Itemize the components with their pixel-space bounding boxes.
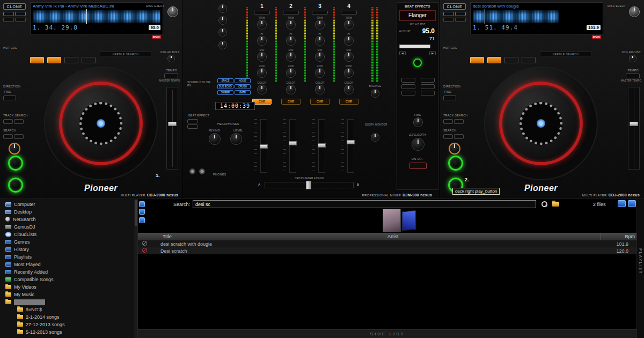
input-select-switch[interactable] bbox=[341, 11, 357, 14]
table-header[interactable]: Title Artist Bpm bbox=[138, 233, 637, 240]
fx-select-button-3[interactable] bbox=[401, 84, 415, 89]
mic2-level-knob[interactable] bbox=[218, 41, 227, 49]
color-fx-gate-button[interactable]: GATE bbox=[235, 90, 251, 95]
side-list-bar[interactable]: SIDE LIST bbox=[138, 329, 637, 338]
hot-cue-c-button[interactable] bbox=[504, 57, 518, 63]
cue-button[interactable] bbox=[8, 156, 23, 171]
color-fx-space-button[interactable]: SPACE bbox=[217, 78, 233, 83]
sidebar-item-recently-added[interactable]: Recently Added bbox=[0, 268, 137, 276]
sidebar-item-geniusdj[interactable]: GeniusDJ bbox=[0, 223, 137, 231]
album-cover[interactable] bbox=[383, 209, 401, 232]
disc-eject-knob[interactable] bbox=[629, 6, 640, 17]
reloop-button[interactable] bbox=[443, 18, 454, 22]
tap-button[interactable] bbox=[413, 58, 422, 67]
shortcuts-panel-icon[interactable] bbox=[139, 209, 145, 215]
folders-panel-icon[interactable] bbox=[139, 201, 145, 207]
hi-eq-knob[interactable] bbox=[344, 36, 354, 46]
sidebar-item-history[interactable]: History bbox=[0, 246, 137, 253]
hot-cue-b-button[interactable] bbox=[487, 57, 501, 63]
loop-in-button[interactable] bbox=[443, 12, 454, 16]
fx-on-off-button[interactable] bbox=[409, 163, 427, 169]
mid-eq-knob[interactable] bbox=[286, 52, 296, 62]
sidebar-item-cloudlists[interactable]: CloudLists bbox=[0, 231, 137, 238]
loop-out-button[interactable] bbox=[15, 12, 26, 16]
color-fx-noise-button[interactable]: NOISE bbox=[235, 78, 251, 83]
channel-fader-handle[interactable] bbox=[289, 141, 297, 145]
track-search-fwd-button[interactable] bbox=[454, 119, 464, 124]
channel-fader[interactable] bbox=[318, 119, 325, 173]
search-input[interactable] bbox=[193, 200, 536, 208]
playlist-toggle-icon[interactable] bbox=[618, 200, 626, 207]
sidebar-item-computer[interactable]: Computer bbox=[0, 201, 137, 208]
direction-switch[interactable] bbox=[443, 95, 456, 100]
crossfader-handle[interactable] bbox=[306, 181, 311, 189]
playlist-strip[interactable]: PLAYLIST bbox=[636, 199, 644, 338]
sidebar-item-folder-songs[interactable]: $«NG'$ bbox=[0, 306, 137, 313]
midi-button[interactable] bbox=[187, 119, 198, 123]
channel-fader-handle[interactable] bbox=[260, 144, 268, 149]
color-fx-dubecho-button[interactable]: DUB ECHO bbox=[217, 84, 233, 89]
sidebar-item-most-played[interactable]: Most Played bbox=[0, 261, 137, 268]
sidebar-item-netsearch[interactable]: NetSearch bbox=[0, 216, 137, 223]
channel-fader[interactable] bbox=[347, 119, 354, 173]
exit-button[interactable] bbox=[455, 18, 466, 22]
tempo-range-button[interactable] bbox=[626, 74, 640, 78]
channel-fader[interactable] bbox=[289, 119, 296, 173]
loop-out-button[interactable] bbox=[455, 12, 466, 16]
column-bpm[interactable]: Bpm bbox=[601, 233, 637, 240]
balance-knob[interactable] bbox=[371, 89, 379, 98]
fx-time-knob[interactable] bbox=[413, 117, 423, 127]
hot-cue-a-button[interactable] bbox=[30, 57, 44, 63]
play-button[interactable] bbox=[8, 178, 23, 193]
low-eq-knob[interactable] bbox=[286, 68, 296, 78]
hi-eq-knob[interactable] bbox=[257, 36, 267, 46]
x-pad[interactable] bbox=[399, 45, 430, 48]
trim-knob[interactable] bbox=[315, 20, 325, 30]
booth-monitor-knob[interactable] bbox=[371, 133, 379, 142]
hi-eq-knob[interactable] bbox=[315, 36, 325, 46]
waveform[interactable] bbox=[473, 10, 559, 23]
vinyl-speed-knob[interactable] bbox=[449, 143, 460, 155]
search-fwd-button[interactable] bbox=[14, 134, 24, 139]
input-select-switch[interactable] bbox=[283, 11, 299, 14]
mid-eq-knob[interactable] bbox=[257, 52, 267, 62]
sidebar-item-compatible-songs[interactable]: Compatible Songs bbox=[0, 276, 137, 283]
sidebar-item-folder-27-12-2013[interactable]: 27-12-2013 songs bbox=[0, 321, 137, 328]
color-knob[interactable] bbox=[344, 85, 354, 94]
search-fwd-button[interactable] bbox=[454, 134, 464, 139]
color-knob[interactable] bbox=[315, 85, 325, 94]
mic-eq-low-knob[interactable] bbox=[218, 16, 227, 25]
channel-cue-button[interactable]: CUE bbox=[339, 99, 358, 105]
sidebar-item-genres[interactable]: Genres bbox=[0, 238, 137, 246]
trim-knob[interactable] bbox=[286, 20, 296, 30]
channel-cue-button[interactable]: CUE bbox=[252, 99, 272, 105]
crossfader[interactable] bbox=[265, 182, 354, 188]
table-row[interactable]: Desi scratch 120.0 bbox=[138, 247, 637, 254]
track-search-fwd-button[interactable] bbox=[14, 119, 24, 124]
tempo-slider-handle[interactable] bbox=[168, 122, 177, 126]
sidelist-toggle-icon[interactable] bbox=[628, 200, 636, 207]
sidebar-item-my-music[interactable]: My Music bbox=[0, 291, 137, 298]
table-row[interactable]: desi scratch with dougie 101.9 bbox=[138, 240, 637, 247]
mic1-level-knob[interactable] bbox=[218, 28, 227, 36]
color-knob[interactable] bbox=[286, 85, 296, 94]
fx-select-button-2[interactable] bbox=[421, 78, 435, 83]
clone-button[interactable]: CLONE bbox=[443, 3, 466, 10]
track-search-back-button[interactable] bbox=[443, 119, 453, 124]
exit-button[interactable] bbox=[15, 18, 26, 22]
column-artist[interactable]: Artist bbox=[385, 233, 601, 240]
tempo-slider-handle[interactable] bbox=[630, 122, 638, 126]
sidebar-item-selected-folder[interactable] bbox=[0, 298, 137, 306]
color-knob[interactable] bbox=[257, 85, 267, 94]
column-title[interactable]: Title bbox=[160, 234, 385, 239]
search-back-button[interactable] bbox=[443, 134, 453, 139]
headphones-mixing-knob[interactable] bbox=[209, 133, 221, 145]
low-eq-knob[interactable] bbox=[344, 68, 354, 78]
direction-switch[interactable] bbox=[3, 95, 16, 100]
vinyl-speed-knob[interactable] bbox=[9, 143, 20, 155]
hot-cue-rec-button[interactable] bbox=[82, 57, 96, 63]
headphones-level-knob[interactable] bbox=[230, 133, 242, 145]
low-eq-knob[interactable] bbox=[315, 68, 325, 78]
search-back-button[interactable] bbox=[3, 134, 13, 139]
channel-cue-button[interactable]: CUE bbox=[310, 99, 330, 105]
